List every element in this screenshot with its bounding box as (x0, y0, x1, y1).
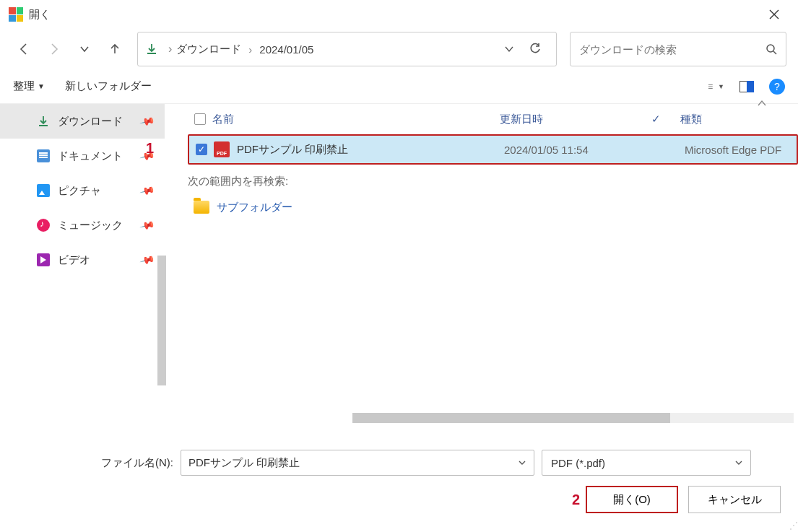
open-button[interactable]: 開く(O) (586, 486, 678, 513)
svg-rect-2 (747, 81, 754, 92)
column-name[interactable]: 名前 (212, 113, 500, 126)
filename-label: ファイル名(N): (101, 456, 173, 470)
sidebar-item-label: ビデオ (58, 253, 90, 267)
new-folder-button[interactable]: 新しいフォルダー (65, 79, 152, 93)
pin-icon: 📌 (139, 113, 155, 129)
sidebar-item-videos[interactable]: ビデオ 📌 (0, 243, 165, 277)
subfolder-link[interactable]: サブフォルダー (188, 193, 798, 222)
window-title: 開く (29, 8, 51, 22)
sidebar-item-downloads[interactable]: ダウンロード 📌 (0, 104, 165, 139)
sidebar-item-label: ドキュメント (58, 149, 123, 163)
sidebar-item-music[interactable]: ミュージック 📌 (0, 208, 165, 243)
cancel-button[interactable]: キャンセル (688, 486, 781, 513)
download-icon (36, 114, 51, 128)
filename-combobox[interactable]: PDFサンプル 印刷禁止 (181, 450, 534, 476)
column-check-icon[interactable]: ✓ (651, 113, 680, 126)
column-date[interactable]: 更新日時 (500, 113, 651, 126)
video-icon (36, 253, 51, 267)
subfolder-label: サブフォルダー (217, 201, 292, 214)
file-list-pane: 名前 更新日時 ✓ 種類 1 ✓ PDF PDFサンプル 印刷禁止 2024/0… (165, 104, 798, 423)
pin-icon: 📌 (139, 183, 155, 199)
file-row[interactable]: ✓ PDF PDFサンプル 印刷禁止 2024/01/05 11:54 Micr… (188, 134, 798, 165)
preview-pane-icon[interactable] (739, 79, 755, 95)
organize-menu[interactable]: 整理 ▼ (13, 79, 45, 93)
research-label: 次の範囲内を再検索: (188, 175, 798, 188)
sidebar-item-label: ダウンロード (58, 115, 123, 128)
search-icon[interactable] (766, 43, 777, 55)
breadcrumb-item[interactable]: ダウンロード (176, 43, 241, 56)
sidebar-item-documents[interactable]: ドキュメント 📌 (0, 139, 165, 173)
chevron-down-icon (734, 458, 743, 467)
search-input[interactable] (579, 43, 766, 56)
file-date: 2024/01/05 11:54 (504, 144, 656, 156)
refresh-button[interactable] (521, 43, 549, 56)
view-menu-icon[interactable]: ▼ (708, 79, 724, 95)
music-icon (36, 218, 51, 232)
breadcrumb-sep: › (244, 43, 256, 56)
annotation-1: 1 (146, 140, 154, 157)
file-name: PDFサンプル 印刷禁止 (237, 143, 504, 157)
folder-icon (194, 201, 209, 214)
nav-forward[interactable] (42, 37, 66, 61)
select-all-checkbox[interactable] (194, 113, 206, 125)
picture-icon (36, 183, 51, 198)
sidebar-item-label: ミュージック (58, 219, 123, 232)
annotation-2: 2 (572, 492, 580, 508)
column-sort-indicator-icon (757, 100, 767, 107)
nav-recent-dropdown[interactable] (72, 37, 97, 61)
nav-back[interactable] (12, 37, 36, 61)
pin-icon: 📌 (139, 217, 155, 233)
nav-up[interactable] (103, 37, 127, 61)
filetype-filter-combobox[interactable]: PDF (*.pdf) (542, 450, 751, 476)
sidebar-item-label: ピクチャ (58, 184, 101, 198)
address-bar[interactable]: › ダウンロード › 2024/01/05 (137, 32, 557, 66)
chevron-down-icon (518, 458, 526, 467)
download-folder-icon (145, 43, 158, 56)
close-button[interactable] (759, 5, 789, 24)
sidebar: ダウンロード 📌 ドキュメント 📌 ピクチャ 📌 ミュージック 📌 ビデオ 📌 (0, 104, 165, 423)
file-type: Microsoft Edge PDF (685, 144, 797, 156)
sidebar-item-pictures[interactable]: ピクチャ 📌 (0, 173, 165, 208)
column-headers: 名前 更新日時 ✓ 種類 (188, 104, 798, 134)
file-checkbox[interactable]: ✓ (196, 144, 207, 155)
breadcrumb-sep: › (164, 43, 176, 56)
address-dropdown[interactable] (497, 44, 521, 54)
svg-point-0 (767, 45, 774, 52)
search-box[interactable] (570, 32, 786, 66)
document-icon (36, 149, 51, 163)
breadcrumb-item[interactable]: 2024/01/05 (259, 43, 313, 56)
help-icon[interactable]: ? (769, 79, 785, 95)
column-type[interactable]: 種類 (680, 113, 798, 126)
horizontal-scrollbar[interactable] (352, 413, 794, 423)
app-icon (9, 7, 23, 22)
resize-grip-icon[interactable]: ⋰ (789, 520, 797, 531)
pdf-file-icon: PDF (214, 141, 230, 157)
pin-icon: 📌 (139, 252, 155, 268)
